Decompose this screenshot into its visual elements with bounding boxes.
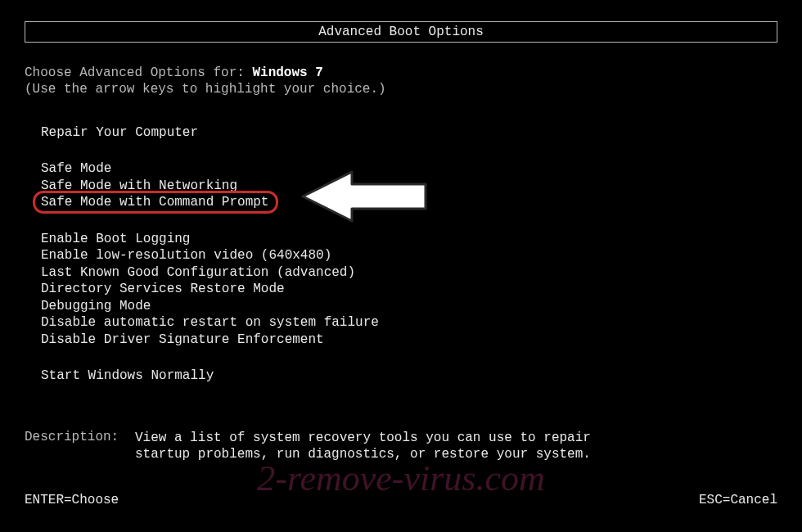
title-bar: Advanced Boot Options [25,21,777,43]
menu-item-label: Safe Mode with Command Prompt [41,195,268,210]
menu-item-low-res-video[interactable]: Enable low-resolution video (640x480) [41,247,777,264]
menu-item-disable-auto-restart[interactable]: Disable automatic restart on system fail… [41,314,777,331]
os-name: Windows 7 [252,65,322,80]
instruction-text: (Use the arrow keys to highlight your ch… [25,82,777,97]
menu-item-boot-logging[interactable]: Enable Boot Logging [41,231,777,247]
menu-spacer [41,348,777,367]
menu-item-disable-driver-sig[interactable]: Disable Driver Signature Enforcement [41,331,777,348]
menu-item-repair[interactable]: Repair Your Computer [41,124,777,141]
menu-item-safe-mode-cmd[interactable]: Safe Mode with Command Prompt [41,194,268,210]
menu-item-start-normally[interactable]: Start Windows Normally [41,367,777,384]
footer-bar: ENTER=Choose ESC=Cancel [25,493,777,507]
menu-item-safe-mode-networking[interactable]: Safe Mode with Networking [41,178,777,194]
menu-item-last-known-good[interactable]: Last Known Good Configuration (advanced) [41,264,777,281]
menu-spacer [41,141,777,160]
description-text: View a list of system recovery tools you… [135,430,591,463]
description-label: Description: [25,430,135,463]
menu-item-debugging[interactable]: Debugging Mode [41,298,777,314]
description-block: Description: View a list of system recov… [25,430,777,463]
page-title: Advanced Boot Options [318,25,484,39]
choose-prefix: Choose Advanced Options for: [25,65,252,80]
footer-esc-hint: ESC=Cancel [699,493,777,507]
menu-spacer [41,211,777,231]
description-line: View a list of system recovery tools you… [135,430,591,446]
choose-line: Choose Advanced Options for: Windows 7 [25,65,777,80]
boot-menu: Repair Your Computer Safe Mode Safe Mode… [25,124,777,385]
description-line: startup problems, run diagnostics, or re… [135,446,591,462]
footer-enter-hint: ENTER=Choose [25,493,119,507]
menu-item-directory-restore[interactable]: Directory Services Restore Mode [41,281,777,297]
menu-item-safe-mode[interactable]: Safe Mode [41,160,777,177]
